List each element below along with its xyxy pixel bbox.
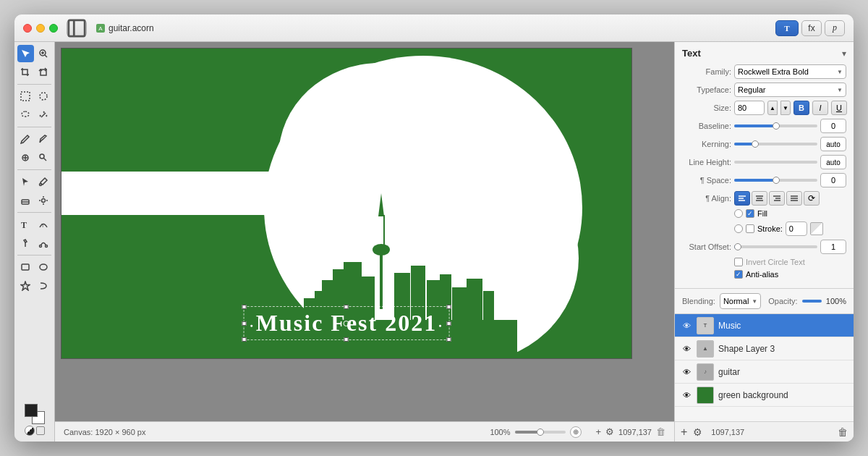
align-left-button[interactable] xyxy=(734,191,750,206)
delete-canvas-button[interactable]: 🗑 xyxy=(656,426,665,437)
ellipse-tool[interactable] xyxy=(35,258,52,276)
eyedropper-tool[interactable] xyxy=(35,173,52,190)
layer-green-bg[interactable]: 👁 green background xyxy=(675,384,854,407)
warp-tool[interactable] xyxy=(35,277,52,295)
reset-colors-button[interactable] xyxy=(25,426,35,436)
text-tool[interactable]: T xyxy=(17,216,34,233)
node-tool[interactable] xyxy=(35,235,52,252)
pencil-tool[interactable] xyxy=(17,130,34,148)
baseline-input[interactable]: 0 xyxy=(820,119,846,133)
delete-layer-button[interactable]: 🗑 xyxy=(838,426,848,438)
underline-button[interactable]: U xyxy=(831,101,847,115)
svg-point-39 xyxy=(373,244,390,256)
fill-radio[interactable] xyxy=(734,209,743,218)
invert-circle-checkbox[interactable] xyxy=(734,258,743,266)
clone-tool[interactable] xyxy=(35,149,52,166)
size-input[interactable]: 80 xyxy=(734,101,765,115)
magic-wand-tool[interactable] xyxy=(35,106,52,124)
space-input[interactable]: 0 xyxy=(820,173,846,187)
bold-button[interactable]: B xyxy=(793,101,809,115)
antialias-label: Anti-alias xyxy=(746,270,778,279)
ellipse-select-tool[interactable] xyxy=(35,88,52,105)
add-layer-plus-button[interactable]: + xyxy=(681,426,687,438)
stroke-radio[interactable] xyxy=(734,224,743,233)
kerning-input[interactable]: auto xyxy=(820,137,846,151)
maximize-button[interactable] xyxy=(49,24,58,33)
stroke-input[interactable]: 0 xyxy=(786,221,807,236)
baseline-slider[interactable] xyxy=(734,124,817,127)
sidebar-toggle-button[interactable] xyxy=(67,20,87,36)
layer-green-bg-visibility[interactable]: 👁 xyxy=(681,389,692,401)
healing-tool[interactable] xyxy=(17,149,34,166)
eraser-tool[interactable] xyxy=(17,192,34,209)
rect-tool[interactable] xyxy=(17,258,34,276)
select-tool[interactable] xyxy=(17,45,34,62)
stroke-color-picker[interactable] xyxy=(810,222,823,235)
fill-tool[interactable] xyxy=(17,173,34,190)
layer-guitar-name: guitar xyxy=(718,367,740,377)
layer-music[interactable]: 👁 T Music xyxy=(675,314,854,337)
zoom-fit-button[interactable]: ⊕ xyxy=(570,426,582,438)
sun-tool[interactable] xyxy=(35,192,52,209)
blending-select[interactable]: Normal ▼ xyxy=(720,293,761,309)
align-circle-button[interactable]: ⟳ xyxy=(804,191,820,206)
close-button[interactable] xyxy=(23,24,32,33)
text-tool-button[interactable]: T xyxy=(775,20,799,36)
start-offset-slider[interactable] xyxy=(734,245,817,248)
add-layer-button[interactable]: + xyxy=(596,426,602,437)
tool-row-12 xyxy=(17,277,51,295)
zoom-control[interactable]: 100% ⊕ xyxy=(490,426,581,438)
italic-button[interactable]: I xyxy=(812,101,828,115)
layers-bottom: + ⚙ 1097,137 🗑 xyxy=(675,421,854,442)
text-panel-collapse[interactable]: ▾ xyxy=(842,48,846,59)
grid-select-tool[interactable] xyxy=(17,88,34,105)
align-justify-button[interactable] xyxy=(786,191,802,206)
layer-shape3[interactable]: 👁 ▲ Shape Layer 3 xyxy=(675,337,854,360)
transform-tool[interactable] xyxy=(35,64,52,81)
typeface-select[interactable]: Regular ▼ xyxy=(734,83,846,97)
canvas-area[interactable]: ●Music Fest 2021● Canvas: 1920 × 960 px … xyxy=(55,42,674,442)
align-center-button[interactable] xyxy=(752,191,767,206)
layer-guitar-visibility[interactable]: 👁 xyxy=(681,366,692,378)
antialias-checkbox[interactable]: ✓ xyxy=(734,270,743,279)
layer-guitar[interactable]: 👁 ♪ guitar xyxy=(675,360,854,384)
layer-music-visibility[interactable]: 👁 xyxy=(681,320,692,332)
tool-row-10 xyxy=(17,235,51,252)
family-select[interactable]: Rockwell Extra Bold ▼ xyxy=(734,64,846,79)
layer-coordinates: 1097,137 xyxy=(711,428,744,436)
size-stepper-up[interactable]: ▲ xyxy=(767,101,778,115)
foreground-color-swatch[interactable] xyxy=(25,404,38,417)
kerning-slider[interactable] xyxy=(734,143,817,145)
star-tool[interactable] xyxy=(17,277,34,295)
typeface-label: Typeface: xyxy=(682,85,731,94)
layer-settings-button[interactable]: ⚙ xyxy=(693,427,702,437)
tool-row-9: T T xyxy=(17,216,51,233)
lasso-tool[interactable] xyxy=(17,106,34,124)
space-slider[interactable] xyxy=(734,179,817,182)
invert-circle-row: Invert Circle Text xyxy=(682,258,846,266)
crop-tool[interactable] xyxy=(17,64,34,81)
lineheight-input[interactable]: auto xyxy=(820,155,846,169)
family-chevron-icon: ▼ xyxy=(837,69,843,75)
type-on-path-tool[interactable]: T xyxy=(35,216,52,233)
zoom-slider[interactable] xyxy=(515,431,566,434)
brush-tool[interactable] xyxy=(35,130,52,148)
settings-button[interactable]: ⚙ xyxy=(605,426,614,437)
formula-button[interactable]: fx xyxy=(801,20,822,36)
opacity-slider[interactable] xyxy=(802,300,822,303)
music-fest-text-container[interactable]: ●Music Fest 2021● xyxy=(244,306,450,340)
canvas-image[interactable]: ●Music Fest 2021● xyxy=(61,48,632,359)
stroke-checkbox[interactable] xyxy=(746,224,754,233)
svg-point-18 xyxy=(41,199,45,203)
start-offset-input[interactable]: 1 xyxy=(820,240,846,254)
layer-shape3-visibility[interactable]: 👁 xyxy=(681,343,692,355)
align-right-button[interactable] xyxy=(769,191,785,206)
fill-checkbox[interactable]: ✓ xyxy=(746,209,754,218)
pen-tool[interactable] xyxy=(17,235,34,252)
minimize-button[interactable] xyxy=(36,24,45,33)
swap-colors-button[interactable] xyxy=(36,426,45,435)
script-button[interactable]: p xyxy=(825,20,845,36)
lineheight-slider[interactable] xyxy=(734,161,817,164)
zoom-tool[interactable] xyxy=(35,45,52,62)
size-stepper-down[interactable]: ▼ xyxy=(780,101,791,115)
